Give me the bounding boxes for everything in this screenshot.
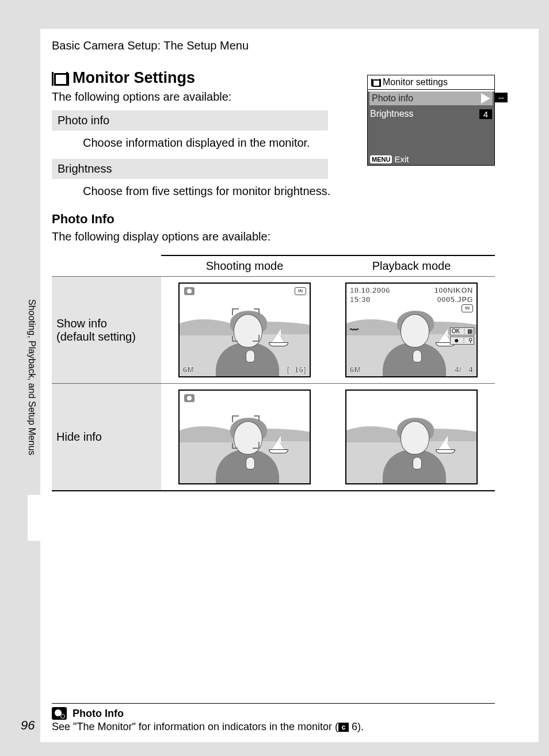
overlay-time: 15:30: [350, 295, 371, 304]
overlay-icon-stack: OK ⋮▦ ☻ ⋮ ⚲: [450, 327, 474, 346]
section-photo-info-title: Photo Info: [52, 212, 495, 227]
thumb-playback-hideinfo: [345, 390, 478, 484]
option-brightness-desc: Choose from five settings for monitor br…: [52, 179, 340, 200]
menu-row-label: Brightness: [370, 109, 414, 119]
overlay-file: 0005.JPG: [437, 295, 473, 304]
monitor-icon: [52, 72, 68, 85]
memory-in-icon: IN: [295, 287, 306, 295]
option-brightness-name: Brightness: [52, 159, 328, 179]
note-title: Photo Info: [73, 708, 124, 720]
page-number: 96: [21, 718, 35, 733]
monitor-mini-icon: [371, 79, 380, 86]
menu-button-badge: MENU: [370, 155, 392, 163]
thumb-shooting-showinfo: IN 6M [ 16]: [178, 282, 311, 377]
option-photo-info-desc: Choose information displayed in the moni…: [52, 131, 340, 152]
overlay-6m: 6M: [183, 365, 194, 374]
overlay-folder: 100NIKON: [434, 286, 473, 295]
col-playback-mode: Playback mode: [328, 255, 495, 277]
memory-in-icon: IN: [462, 304, 473, 312]
chevron-right-icon: [481, 93, 490, 104]
note-body: See "The Monitor" for information on ind…: [52, 721, 495, 733]
row-show-info-label: Show info (default setting): [52, 277, 161, 384]
lens-note-icon: [52, 707, 67, 720]
thumb-shooting-hideinfo: [178, 390, 311, 484]
side-tab-label: Shooting, Playback, and Setup Menus: [26, 299, 37, 455]
menu-screenshot: Monitor settings Photo info -- Brightnes…: [367, 75, 495, 166]
option-photo-info-name: Photo info: [52, 110, 328, 131]
menu-row-brightness: Brightness 4: [368, 107, 494, 121]
overlay-frame-count: 4/ 4: [455, 365, 473, 374]
overlay-count: [ 16]: [287, 365, 306, 374]
display-options-table: Shooting mode Playback mode Show info (d…: [52, 255, 495, 491]
wave-icon: 〰: [350, 325, 359, 335]
menu-row-label: Photo info: [372, 93, 413, 104]
col-shooting-mode: Shooting mode: [161, 255, 328, 277]
overlay-6m: 6M: [350, 365, 361, 374]
camera-icon: [184, 394, 195, 402]
page-ref-icon: c: [338, 723, 349, 732]
row-hide-info-label: Hide info: [52, 384, 161, 491]
breadcrumb-header: Basic Camera Setup: The Setup Menu: [52, 39, 249, 52]
menu-row-value: --: [495, 93, 508, 102]
overlay-date: 10.10.2006: [350, 286, 390, 295]
camera-icon: [184, 287, 195, 295]
thumb-playback-showinfo: 10.10.2006 15:30 100NIKON 0005.JPG IN 〰 …: [345, 282, 478, 377]
menu-row-photo-info: Photo info --: [369, 91, 493, 105]
menu-row-value: 4: [479, 109, 492, 119]
section-photo-info-intro: The following display options are availa…: [52, 230, 495, 243]
menu-screenshot-title: Monitor settings: [383, 77, 448, 87]
menu-footer-text: Exit: [394, 154, 409, 164]
page-title: Monitor Settings: [73, 69, 195, 87]
